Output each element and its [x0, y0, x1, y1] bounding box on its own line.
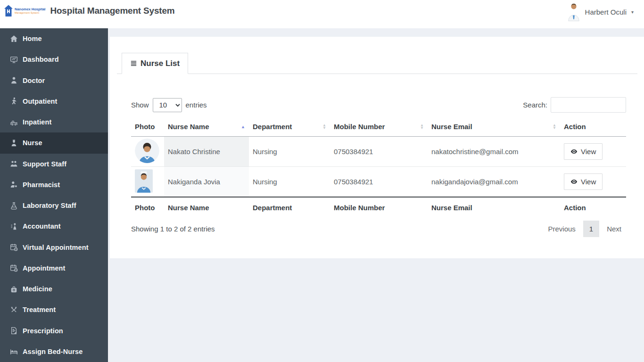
pharmacist-icon — [8, 181, 19, 189]
tab-nurse-list[interactable]: Nurse List — [122, 53, 188, 74]
table-info-row: Showing 1 to 2 of 2 entries Previous 1 N… — [131, 221, 626, 237]
sidebar-item-dashboard[interactable]: Dashboard — [0, 49, 108, 70]
search-label: Search: — [523, 101, 547, 109]
user-menu[interactable]: Harbert Oculi ▾ — [567, 0, 634, 21]
sort-both-icon: ▲▼ — [553, 124, 556, 130]
show-label: Show — [131, 101, 149, 109]
column-header-nurse-email[interactable]: Nurse Email▲▼ — [428, 118, 560, 137]
table-footer-row: PhotoNurse NameDepartmentMobile NumberNu… — [131, 197, 626, 218]
footer-column-photo: Photo — [131, 197, 164, 218]
table-row: Nakiganda JoviaNursing0750384921nakigand… — [131, 167, 626, 197]
inpatient-icon — [8, 118, 19, 126]
sidebar-item-label: Prescription — [23, 327, 63, 335]
medicine-icon — [8, 285, 19, 293]
sidebar-item-label: Treatment — [23, 306, 56, 313]
sidebar-item-outpatient[interactable]: Outpatient — [0, 91, 108, 112]
sort-both-icon: ▲▼ — [322, 124, 326, 130]
list-icon — [130, 60, 137, 67]
sort-asc-icon: ▲ — [241, 125, 245, 129]
column-header-nurse-name[interactable]: Nurse Name▲ — [164, 118, 249, 137]
sidebar-item-label: Doctor — [23, 77, 45, 84]
accountant-icon — [8, 222, 19, 230]
brand: Nanomex Hospital Management System Hospi… — [4, 5, 174, 17]
nurse-photo-round — [135, 139, 159, 163]
sidebar-item-label: Assign Bed-Nurse — [23, 348, 83, 355]
sidebar-item-pharmacist[interactable]: Pharmacist — [0, 174, 108, 195]
sidebar-nav: HomeDashboardDoctorOutpatientInpatientNu… — [0, 28, 108, 362]
support-staff-icon — [8, 160, 19, 168]
view-button[interactable]: View — [564, 173, 603, 190]
footer-column-action: Action — [560, 197, 626, 218]
sidebar-item-nurse[interactable]: Nurse — [0, 132, 108, 153]
department-cell: Nursing — [249, 137, 330, 167]
nurse-name-cell: Nakiganda Jovia — [164, 167, 249, 197]
table-row: Nakato ChristineNursing0750384921nakatoc… — [131, 137, 626, 167]
table-controls: Show 10 entries Search: — [131, 97, 626, 113]
eye-icon — [570, 148, 578, 155]
search-control: Search: — [523, 97, 626, 113]
sort-both-icon: ▲▼ — [420, 124, 424, 130]
sidebar-item-label: Support Staff — [23, 160, 66, 168]
sidebar-item-label: Dashboard — [23, 56, 59, 63]
nurse-email-cell: nakatochristine@gmail.com — [428, 137, 560, 167]
sidebar-item-label: Virtual Appointment — [23, 244, 89, 251]
hospital-logo: Nanomex Hospital Management System — [4, 5, 45, 17]
sidebar-item-support-staff[interactable]: Support Staff — [0, 154, 108, 174]
sidebar-item-label: Nurse — [23, 139, 42, 147]
column-header-photo: Photo — [131, 118, 164, 137]
pagination-page-1[interactable]: 1 — [583, 221, 599, 237]
sidebar-item-assign-bed-nurse[interactable]: Assign Bed-Nurse — [0, 341, 108, 362]
user-avatar — [567, 2, 580, 21]
caret-down-icon: ▾ — [631, 9, 634, 15]
nurse-table: PhotoNurse Name▲Department▲▼Mobile Numbe… — [131, 118, 626, 218]
view-button[interactable]: View — [564, 143, 603, 160]
assign-bed-nurse-icon — [8, 347, 19, 355]
department-cell: Nursing — [249, 167, 330, 197]
sidebar-item-label: Inpatient — [23, 118, 51, 126]
table-wrap: Show 10 entries Search: — [110, 74, 644, 237]
dashboard-icon — [8, 56, 19, 64]
table-info: Showing 1 to 2 of 2 entries — [131, 225, 215, 233]
column-header-department[interactable]: Department▲▼ — [249, 118, 330, 137]
page-title: Hospital Management System — [50, 6, 174, 16]
sidebar-item-appointment[interactable]: Appointment — [0, 258, 108, 279]
hospital-logo-text: Nanomex Hospital Management System — [15, 8, 45, 15]
entries-label: entries — [186, 101, 207, 109]
app-header: Nanomex Hospital Management System Hospi… — [0, 0, 644, 28]
prescription-icon — [8, 327, 19, 335]
hospital-management-app: Nanomex Hospital Management System Hospi… — [0, 0, 644, 362]
mobile-number-cell: 0750384921 — [330, 167, 428, 197]
nurse-icon — [8, 139, 19, 147]
sidebar-item-home[interactable]: Home — [0, 28, 108, 49]
table-header-row: PhotoNurse Name▲Department▲▼Mobile Numbe… — [131, 118, 626, 137]
footer-column-mobile-number: Mobile Number — [330, 197, 428, 218]
doctor-icon — [8, 76, 19, 84]
sidebar-item-accountant[interactable]: Accountant — [0, 216, 108, 237]
sidebar-item-medicine[interactable]: Medicine — [0, 279, 108, 299]
footer-column-nurse-name: Nurse Name — [164, 197, 249, 218]
sidebar-item-label: Medicine — [23, 285, 52, 293]
nurse-photo-rect — [135, 169, 153, 193]
tab-label: Nurse List — [140, 59, 180, 68]
sidebar-item-laboratory-staff[interactable]: Laboratory Staff — [0, 195, 108, 216]
sidebar-item-treatment[interactable]: Treatment — [0, 299, 108, 320]
pagination: Previous 1 Next — [543, 221, 626, 237]
eye-icon — [570, 178, 578, 185]
column-header-action: Action — [560, 118, 626, 137]
sidebar-item-prescription[interactable]: Prescription — [0, 321, 108, 341]
pagination-previous[interactable]: Previous — [543, 221, 580, 237]
nurse-email-cell: nakigandajovia@gmail.com — [428, 167, 560, 197]
treatment-icon — [8, 306, 19, 314]
column-header-mobile-number[interactable]: Mobile Number▲▼ — [330, 118, 428, 137]
sidebar-item-virtual-appointment[interactable]: Virtual Appointment — [0, 237, 108, 258]
sidebar-item-inpatient[interactable]: Inpatient — [0, 112, 108, 132]
sidebar-item-doctor[interactable]: Doctor — [0, 70, 108, 91]
pagination-next[interactable]: Next — [602, 221, 626, 237]
footer-column-nurse-email: Nurse Email — [428, 197, 560, 218]
page-length-select[interactable]: 10 — [153, 98, 182, 112]
sidebar-item-label: Pharmacist — [23, 181, 60, 189]
hospital-logo-icon — [4, 5, 13, 17]
search-input[interactable] — [551, 97, 626, 113]
mobile-number-cell: 0750384921 — [330, 137, 428, 167]
nurse-name-cell: Nakato Christine — [164, 137, 249, 167]
